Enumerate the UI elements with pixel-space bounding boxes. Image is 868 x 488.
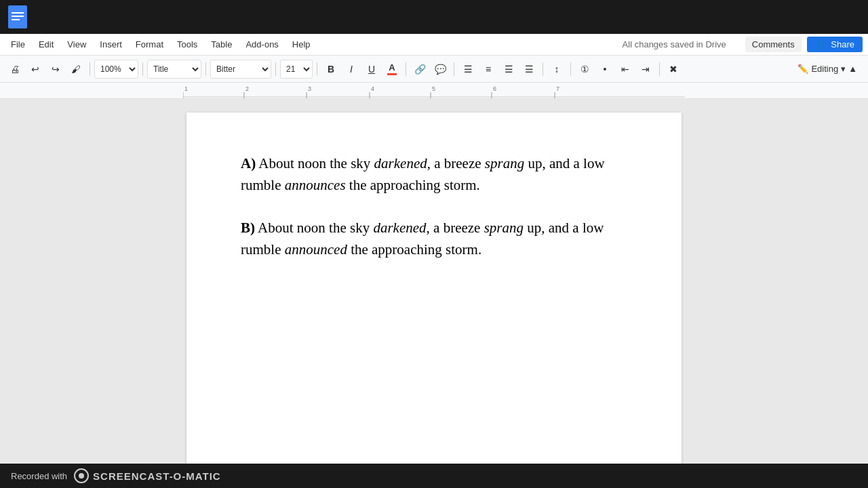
share-icon: 👤 [815,39,826,49]
editing-indicator: ✏️ Editing ▾ ▲ [797,64,863,74]
para-a-darkened: darkened [374,155,427,171]
font-color-indicator: A [387,62,397,75]
italic-button[interactable]: I [342,60,361,79]
menu-view[interactable]: View [62,37,92,52]
font-color-button[interactable]: A [382,60,401,79]
menu-help[interactable]: Help [287,37,316,52]
svg-text:5: 5 [432,85,435,92]
svg-rect-3 [12,19,20,20]
underline-button[interactable]: U [362,60,381,79]
bottom-bar: Recorded with SCREENCAST-O-MATIC [0,464,868,488]
ruler-svg: 1 2 3 4 5 6 7 [183,82,685,98]
separator-4 [275,62,276,76]
insert-link-button[interactable]: 🔗 [410,60,429,79]
ruler-bar: 1 2 3 4 5 6 7 [0,83,868,99]
increase-indent-button[interactable]: ⇥ [636,60,655,79]
line-spacing-button[interactable]: ↕ [547,60,566,79]
svg-text:3: 3 [308,85,311,92]
print-button[interactable]: 🖨 [5,60,24,79]
separator-9 [570,62,571,76]
paragraph-a: A) About noon the sky darkened, a breeze… [241,153,627,196]
document-page: A) About noon the sky darkened, a breeze… [186,113,682,464]
edit-pencil-icon: ✏️ [797,64,808,74]
separator-10 [659,62,660,76]
redo-button[interactable]: ↪ [46,60,65,79]
svg-text:1: 1 [184,85,188,92]
para-b-text-4: the approaching storm. [347,241,481,258]
menu-tools[interactable]: Tools [172,37,203,52]
separator-6 [406,62,406,76]
insert-comment-button[interactable]: 💬 [431,60,450,79]
share-button[interactable]: 👤 Share [807,37,863,52]
menu-insert[interactable]: Insert [94,37,127,52]
align-center-button[interactable]: ≡ [479,60,498,79]
bold-button[interactable]: B [321,60,340,79]
para-a-text-4: the approaching storm. [346,177,480,193]
para-a-label: A) [241,155,256,171]
save-status: All changes saved in Drive [623,39,737,49]
svg-text:2: 2 [245,85,249,92]
font-select[interactable]: Bitter [210,60,271,79]
svg-text:6: 6 [493,85,496,92]
top-bar [0,0,868,34]
toolbar: 🖨 ↩ ↪ 🖌 100% Title Bitter 21 B I U A 🔗 💬… [0,56,868,83]
comments-button[interactable]: Comments [745,37,802,52]
para-b-label: B) [241,220,255,236]
style-select[interactable]: Title [147,60,201,79]
decrease-indent-button[interactable]: ⇤ [616,60,635,79]
svg-rect-1 [12,12,24,14]
collapse-icon[interactable]: ▲ [848,64,857,74]
align-left-button[interactable]: ☰ [458,60,477,79]
svg-text:7: 7 [556,85,559,92]
para-b-darkened: darkened [373,220,426,236]
separator-5 [317,62,317,76]
header-right: Comments 👤 Share [745,37,863,52]
svg-rect-2 [12,16,24,17]
font-size-select[interactable]: 21 [280,60,313,79]
paragraph-b: B) About noon the sky darkened, a breeze… [241,218,627,260]
para-a-text-2: , a breeze [427,155,485,171]
menu-bar: File Edit View Insert Format Tools Table… [0,34,868,56]
separator-7 [454,62,454,76]
screencast-circle-inner [79,473,84,479]
recorded-text: Recorded with [11,471,67,481]
numbered-list-button[interactable]: ① [575,60,594,79]
menu-format[interactable]: Format [130,37,169,52]
main-area: A) About noon the sky darkened, a breeze… [0,99,868,464]
menu-addons[interactable]: Add-ons [240,37,283,52]
bulleted-list-button[interactable]: • [595,60,614,79]
paint-format-button[interactable]: 🖌 [66,60,85,79]
editing-dropdown-icon[interactable]: ▾ [841,64,846,74]
align-right-button[interactable]: ☰ [499,60,518,79]
menu-file[interactable]: File [5,37,31,52]
svg-text:4: 4 [371,85,374,92]
para-a-sprang: sprang [485,155,524,171]
screencast-logo: SCREENCAST-O-MATIC [74,468,221,483]
screencast-name: SCREENCAST-O-MATIC [93,470,221,482]
para-a-announces: announces [285,177,346,193]
para-b-text-2: , a breeze [427,220,484,236]
para-b-announced: announced [285,241,347,258]
menu-edit[interactable]: Edit [33,37,59,52]
editing-label: Editing [811,64,838,74]
screencast-circle [74,468,89,483]
ruler-content: 1 2 3 4 5 6 7 [183,83,685,98]
justify-button[interactable]: ☰ [519,60,538,79]
menu-table[interactable]: Table [205,37,237,52]
para-a-text-1: About noon the sky [258,155,374,171]
separator-2 [142,62,143,76]
undo-button[interactable]: ↩ [26,60,45,79]
separator-3 [205,62,206,76]
para-b-text-1: About noon the sky [258,220,373,236]
separator-8 [542,62,543,76]
zoom-select[interactable]: 100% [94,60,138,79]
clear-formatting-button[interactable]: ✖ [664,60,683,79]
docs-icon [5,5,30,29]
para-b-sprang: sprang [484,220,524,236]
separator-1 [90,62,90,76]
